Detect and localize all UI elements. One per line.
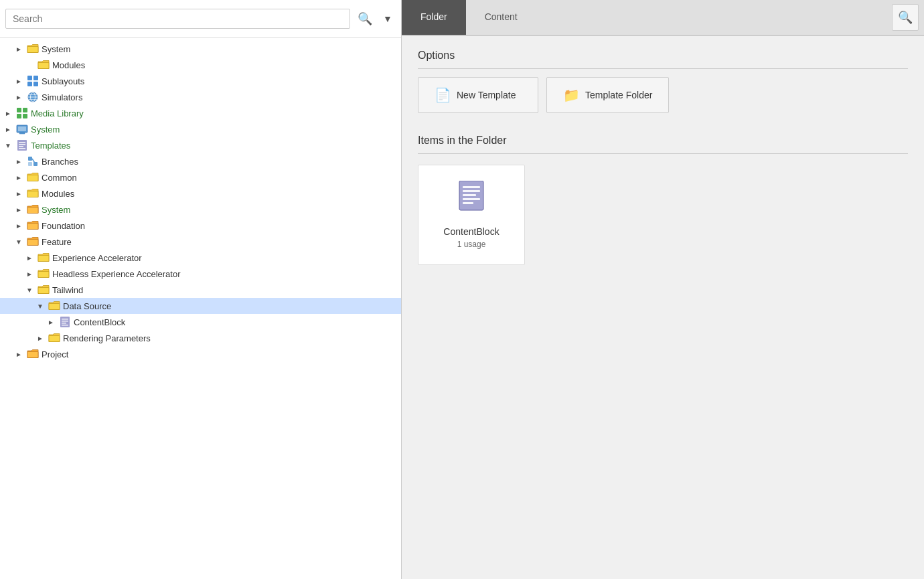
tree-label-sublayouts: Sublayouts (42, 76, 84, 86)
tree-item-data-source[interactable]: Data Source (0, 298, 401, 314)
tree-arrow-modules-tmpl[interactable] (13, 188, 24, 199)
tree-item-modules-top[interactable]: Modules (0, 57, 401, 73)
tree-item-simulators[interactable]: Simulators (0, 89, 401, 105)
item-card-name: ContentBlock (443, 226, 499, 237)
options-title: Options (418, 50, 908, 69)
item-card-contentblock[interactable]: ContentBlock 1 usage (418, 165, 525, 265)
contentblock-icon (457, 181, 485, 220)
svg-rect-9 (17, 108, 21, 112)
new-template-button[interactable]: 📄 New Template (418, 77, 538, 113)
tree-icon-templates (16, 139, 28, 151)
search-button[interactable]: 🔍 (353, 7, 377, 31)
tree-icon-sublayouts (27, 75, 39, 87)
tree-icon-system-mid (16, 123, 28, 135)
tree-arrow-branches[interactable] (13, 156, 24, 167)
tree-item-experience-accelerator[interactable]: Experience Accelerator (0, 250, 401, 266)
tree-arrow-feature[interactable] (13, 236, 24, 247)
tree-icon-simulators (27, 91, 39, 103)
tree-arrow-common[interactable] (13, 172, 24, 183)
item-card-usage: 1 usage (457, 240, 486, 249)
tree-label-project: Project (42, 349, 68, 359)
tree-arrow-data-source[interactable] (35, 301, 46, 311)
tree-label-system-top: System (42, 44, 70, 54)
svg-rect-12 (23, 114, 27, 118)
tree-label-modules-tmpl: Modules (42, 189, 74, 199)
tree-icon-content-block-item (59, 316, 71, 328)
tree-item-feature[interactable]: Feature (0, 234, 401, 250)
tree-item-project[interactable]: Project (0, 346, 401, 362)
new-template-label: New Template (457, 90, 516, 100)
tree-label-feature: Feature (42, 237, 72, 247)
tree-label-system-tmpl: System (42, 205, 70, 215)
tree-label-foundation: Foundation (42, 221, 85, 231)
options-row: 📄 New Template 📁 Template Folder (418, 77, 908, 113)
svg-rect-27 (62, 321, 68, 322)
tree-label-common: Common (42, 173, 77, 183)
tree-arrow-rendering-parameters[interactable] (35, 333, 46, 343)
tree-label-simulators: Simulators (42, 92, 82, 102)
tree-label-system-mid: System (31, 125, 60, 135)
panel-content: Options 📄 New Template 📁 Template Folder… (402, 36, 924, 579)
tree-icon-media-library (16, 107, 28, 119)
svg-rect-10 (23, 108, 27, 112)
tree-label-branches: Branches (42, 157, 78, 167)
svg-rect-20 (19, 148, 25, 149)
svg-rect-11 (17, 114, 21, 118)
tree-item-media-library[interactable]: Media Library (0, 105, 401, 121)
tree-arrow-tailwind[interactable] (24, 284, 35, 295)
tree-icon-system-top (27, 43, 39, 55)
tree-icon-tailwind (37, 284, 50, 296)
right-panel: Folder Content 🔍 Options 📄 New Template … (402, 0, 924, 579)
tree-item-headless-experience-accelerator[interactable]: Headless Experience Accelerator (0, 266, 401, 282)
tab-folder[interactable]: Folder (402, 0, 466, 35)
tree-icon-project (27, 348, 39, 360)
tree-arrow-simulators[interactable] (13, 92, 24, 102)
tree-item-tailwind[interactable]: Tailwind (0, 282, 401, 298)
tree-item-sublayouts[interactable]: Sublayouts (0, 73, 401, 89)
tree-arrow-media-library[interactable] (3, 108, 13, 118)
tree-item-foundation[interactable]: Foundation (0, 218, 401, 234)
tree-item-rendering-parameters[interactable]: Rendering Parameters (0, 330, 401, 346)
tree-arrow-system-top[interactable] (13, 44, 24, 54)
template-folder-icon: 📁 (563, 87, 580, 103)
svg-rect-3 (33, 82, 38, 86)
svg-rect-26 (62, 319, 68, 320)
tab-search-button[interactable]: 🔍 (892, 4, 919, 31)
tree-arrow-project[interactable] (13, 349, 24, 359)
svg-rect-15 (19, 133, 25, 134)
tab-content[interactable]: Content (466, 0, 536, 35)
tree-item-templates[interactable]: Templates (0, 137, 401, 153)
tree-arrow-system-mid[interactable] (3, 124, 13, 135)
tree-item-common[interactable]: Common (0, 169, 401, 185)
tree-arrow-foundation[interactable] (13, 220, 24, 231)
svg-rect-25 (60, 317, 70, 327)
tree-label-media-library: Media Library (31, 108, 84, 118)
dropdown-arrow-button[interactable]: ▼ (380, 11, 396, 27)
svg-rect-34 (463, 194, 476, 196)
items-section-title: Items in the Folder (418, 135, 908, 154)
search-input[interactable] (5, 9, 350, 29)
tree-container: System Modules Sublayouts Simulators Med… (0, 38, 401, 579)
svg-rect-0 (27, 76, 32, 80)
tree-label-headless-experience-accelerator: Headless Experience Accelerator (52, 269, 181, 279)
tree-arrow-content-block-item[interactable] (46, 317, 56, 327)
svg-rect-28 (62, 323, 66, 324)
tree-item-system-tmpl[interactable]: System (0, 201, 401, 218)
tree-icon-headless-experience-accelerator (37, 268, 50, 280)
tree-arrow-headless-experience-accelerator[interactable] (24, 268, 35, 279)
tree-item-branches[interactable]: Branches (0, 153, 401, 169)
tree-arrow-templates[interactable] (3, 140, 13, 151)
tree-item-modules-tmpl[interactable]: Modules (0, 185, 401, 201)
svg-rect-18 (19, 144, 25, 145)
tree-item-content-block-item[interactable]: ContentBlock (0, 314, 401, 330)
tree-arrow-sublayouts[interactable] (13, 76, 24, 86)
tree-arrow-system-tmpl[interactable] (13, 204, 24, 215)
tree-arrow-experience-accelerator[interactable] (24, 252, 35, 263)
svg-rect-29 (62, 325, 68, 326)
tree-item-system-mid[interactable]: System (0, 121, 401, 137)
svg-rect-17 (19, 142, 25, 143)
tree-item-system-top[interactable]: System (0, 41, 401, 57)
svg-rect-2 (27, 82, 32, 86)
tree-icon-system-tmpl (27, 203, 39, 216)
template-folder-button[interactable]: 📁 Template Folder (546, 77, 669, 113)
